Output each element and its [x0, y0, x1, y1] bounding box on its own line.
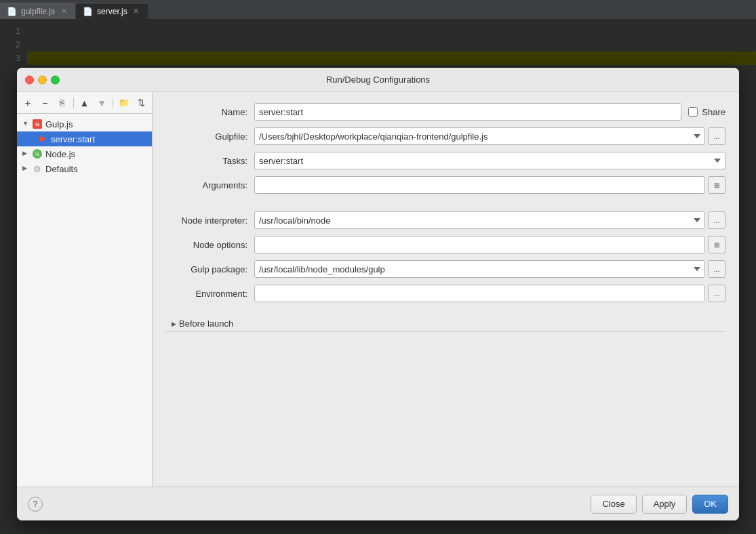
- form-divider: [166, 201, 725, 211]
- gulp-g-icon: G: [33, 119, 42, 129]
- help-button[interactable]: ?: [28, 497, 43, 512]
- before-launch-toggle-icon: ▶: [172, 321, 176, 327]
- tab-server[interactable]: 📄 server.js ✕: [76, 3, 148, 19]
- copy-config-button[interactable]: ⎘: [54, 96, 71, 110]
- close-button[interactable]: Close: [591, 495, 636, 514]
- name-input[interactable]: [254, 103, 681, 121]
- footer-buttons: Close Apply OK: [591, 495, 728, 514]
- gulp-package-select[interactable]: /usr/local/lib/node_modules/gulp: [254, 260, 705, 278]
- gulpfile-select-wrapper: /Users/bjhl/Desktop/workplace/qianqian-f…: [254, 127, 725, 145]
- node-n-icon: N: [33, 149, 42, 159]
- environment-input[interactable]: [254, 285, 705, 302]
- gulp-package-browse-button[interactable]: ...: [708, 260, 725, 278]
- tab-server-label: server.js: [97, 7, 127, 16]
- add-config-button[interactable]: +: [20, 96, 36, 110]
- arguments-input[interactable]: [254, 176, 705, 194]
- tree-item-nodejs[interactable]: ▶ N Node.js: [17, 146, 152, 161]
- minimize-traffic-light[interactable]: [38, 75, 47, 84]
- nodejs-expand-icon: ▶: [22, 150, 31, 158]
- dialog-body: + − ⎘ ▲ ▼ 📁 ⇅ ▼ G Gulp.js: [17, 92, 739, 487]
- move-up-button[interactable]: ▲: [77, 96, 93, 110]
- node-interpreter-browse-button[interactable]: ...: [708, 211, 725, 229]
- tasks-select[interactable]: server:start: [254, 152, 725, 169]
- run-arrow-icon: [40, 136, 46, 142]
- tasks-row: Tasks: server:start: [166, 152, 725, 169]
- before-launch-header[interactable]: ▶ Before launch: [166, 316, 725, 332]
- tab-gulpfile-close[interactable]: ✕: [59, 7, 68, 16]
- defaults-label: Defaults: [45, 164, 78, 174]
- arguments-expand-button[interactable]: ⊞: [708, 176, 725, 194]
- tree-item-server-start[interactable]: server:start: [17, 131, 152, 146]
- move-down-button[interactable]: ▼: [94, 96, 110, 110]
- tab-gulpfile-label: gulpfile.js: [21, 7, 55, 16]
- node-options-input[interactable]: [254, 236, 705, 253]
- dialog-title: Run/Debug Configurations: [326, 75, 430, 85]
- left-toolbar: + − ⎘ ▲ ▼ 📁 ⇅: [17, 92, 152, 114]
- close-traffic-light[interactable]: [25, 75, 34, 84]
- folder-button[interactable]: 📁: [116, 96, 132, 110]
- node-interpreter-row: Node interpreter: /usr/local/bin/node ..…: [166, 211, 725, 229]
- tasks-label: Tasks:: [166, 156, 254, 166]
- name-row: Name: Share: [166, 103, 725, 121]
- arguments-row: Arguments: ⊞: [166, 176, 725, 194]
- dialog: Run/Debug Configurations + − ⎘ ▲ ▼ 📁 ⇅ ▼: [17, 68, 739, 520]
- toolbar-separator-2: [113, 98, 113, 108]
- gulp-package-row: Gulp package: /usr/local/lib/node_module…: [166, 260, 725, 278]
- gulpfile-icon: 📄: [7, 7, 17, 16]
- dialog-footer: ? Close Apply OK: [17, 487, 739, 520]
- tab-bar: 📄 gulpfile.js ✕ 📄 server.js ✕: [0, 0, 756, 19]
- ok-button[interactable]: OK: [692, 495, 728, 514]
- gulp-group-label: Gulp.js: [45, 119, 73, 129]
- code-line-3: require('./gulp-new/server'); // server:…: [27, 52, 756, 65]
- gulpfile-label: Gulpfile:: [166, 131, 254, 142]
- tasks-select-wrapper: server:start: [254, 152, 725, 169]
- gulp-folder-icon: G: [32, 119, 43, 129]
- toolbar-separator-1: [73, 98, 74, 108]
- maximize-traffic-light[interactable]: [51, 75, 60, 84]
- tab-server-close[interactable]: ✕: [132, 7, 141, 16]
- before-launch-section: ▶ Before launch: [166, 316, 725, 332]
- environment-row: Environment: ...: [166, 285, 725, 302]
- node-interpreter-wrapper: /usr/local/bin/node ...: [254, 211, 725, 229]
- defaults-icon: ⚙: [32, 163, 43, 174]
- environment-label: Environment:: [166, 289, 254, 299]
- dialog-titlebar: Run/Debug Configurations: [17, 68, 739, 92]
- defaults-expand-icon: ▶: [22, 165, 31, 173]
- before-launch-title: Before launch: [179, 319, 233, 329]
- node-options-wrapper: ⊞: [254, 236, 725, 253]
- tree-area: ▼ G Gulp.js server:start ▶: [17, 114, 152, 487]
- right-panel: Name: Share Gulpfile: /Users/bjhl/Deskto…: [153, 92, 739, 487]
- server-start-label: server:start: [51, 134, 95, 144]
- left-panel: + − ⎘ ▲ ▼ 📁 ⇅ ▼ G Gulp.js: [17, 92, 153, 487]
- arguments-wrapper: ⊞: [254, 176, 725, 194]
- traffic-lights: [25, 75, 60, 84]
- gulpfile-select[interactable]: /Users/bjhl/Desktop/workplace/qianqian-f…: [254, 127, 705, 145]
- share-wrapper: Share: [688, 107, 725, 117]
- environment-wrapper: ...: [254, 285, 725, 302]
- gulp-package-wrapper: /usr/local/lib/node_modules/gulp ...: [254, 260, 725, 278]
- server-start-icon: [37, 134, 48, 144]
- arguments-label: Arguments:: [166, 180, 254, 190]
- tab-gulpfile[interactable]: 📄 gulpfile.js ✕: [0, 3, 76, 19]
- gulp-package-label: Gulp package:: [166, 264, 254, 274]
- nodejs-label: Node.js: [45, 149, 75, 159]
- nodejs-icon: N: [32, 148, 43, 159]
- server-icon: 📄: [83, 7, 93, 16]
- code-line-1: [27, 24, 756, 38]
- tree-item-gulp[interactable]: ▼ G Gulp.js: [17, 117, 152, 131]
- node-options-expand-button[interactable]: ⊞: [708, 236, 725, 253]
- remove-config-button[interactable]: −: [37, 96, 54, 110]
- share-checkbox[interactable]: [688, 107, 698, 117]
- name-label: Name:: [166, 107, 254, 117]
- share-label: Share: [702, 107, 725, 117]
- gulp-expand-icon: ▼: [22, 120, 31, 128]
- sort-button[interactable]: ⇅: [133, 96, 149, 110]
- node-interpreter-select[interactable]: /usr/local/bin/node: [254, 211, 705, 229]
- node-options-label: Node options:: [166, 240, 254, 250]
- environment-browse-button[interactable]: ...: [708, 285, 725, 302]
- gulpfile-browse-button[interactable]: ...: [708, 127, 725, 145]
- apply-button[interactable]: Apply: [642, 495, 688, 514]
- tree-item-defaults[interactable]: ▶ ⚙ Defaults: [17, 161, 152, 176]
- code-line-2: [27, 38, 756, 52]
- gulpfile-row: Gulpfile: /Users/bjhl/Desktop/workplace/…: [166, 127, 725, 145]
